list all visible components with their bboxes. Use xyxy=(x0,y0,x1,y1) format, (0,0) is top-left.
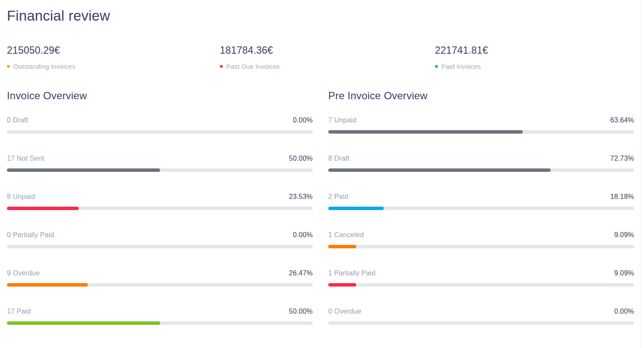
status-percent: 18.18% xyxy=(610,193,634,201)
status-label: 7 Unpaid xyxy=(328,116,357,124)
kpi-card: 221741.81€ Paid Invoices xyxy=(435,45,634,70)
kpi-label-row: Outstanding Invoices xyxy=(7,63,220,70)
status-label: 1 Canceled xyxy=(328,231,364,239)
progress-bar-track xyxy=(7,283,313,287)
progress-bar-track xyxy=(7,245,313,248)
status-row-header: 0 Overdue 0.00% xyxy=(328,308,634,315)
status-percent: 0.00% xyxy=(293,116,313,124)
status-label: 1 Partially Paid xyxy=(328,269,376,277)
status-row: 0 Draft 0.00% xyxy=(7,116,313,134)
progress-bar-track xyxy=(7,130,313,134)
status-percent: 50.00% xyxy=(289,308,313,315)
status-row-header: 1 Partially Paid 9.09% xyxy=(328,269,634,277)
status-row-header: 2 Paid 18.18% xyxy=(328,193,634,201)
status-label: 0 Partially Paid xyxy=(7,231,54,239)
status-row-header: 17 Not Sent 50.00% xyxy=(7,155,313,162)
overview-sections: Invoice Overview 0 Draft 0.00% 17 Not Se… xyxy=(7,90,634,346)
status-row-header: 0 Draft 0.00% xyxy=(7,116,313,124)
status-rows: 0 Draft 0.00% 17 Not Sent 50.00% 8 Unpai… xyxy=(7,116,313,325)
status-percent: 9.09% xyxy=(614,269,634,277)
kpi-label: Outstanding Invoices xyxy=(13,63,75,70)
status-label: 0 Draft xyxy=(7,116,28,124)
status-percent: 50.00% xyxy=(289,155,313,162)
kpi-card: 181784.36€ Past Due Invoices xyxy=(220,45,435,70)
status-row: 1 Canceled 9.09% xyxy=(328,231,634,248)
kpi-value: 221741.81€ xyxy=(435,45,634,56)
progress-bar-fill xyxy=(328,130,523,134)
progress-bar-track xyxy=(328,168,634,172)
kpi-label-row: Past Due Invoices xyxy=(220,63,435,70)
kpi-dot-icon xyxy=(435,65,438,68)
status-row: 17 Paid 50.00% xyxy=(7,308,313,325)
status-row-header: 1 Canceled 9.09% xyxy=(328,231,634,239)
status-label: 17 Not Sent xyxy=(7,155,44,162)
kpi-dot-icon xyxy=(7,65,10,68)
status-row: 0 Partially Paid 0.00% xyxy=(7,231,313,248)
status-label: 2 Paid xyxy=(328,193,348,201)
kpi-label: Past Due Invoices xyxy=(226,63,280,70)
financial-review-page: Financial review 215050.29€ Outstanding … xyxy=(0,0,644,348)
progress-bar-track xyxy=(328,130,634,134)
progress-bar-track xyxy=(328,245,634,248)
kpi-label-row: Paid Invoices xyxy=(435,63,634,70)
kpi-card: 215050.29€ Outstanding Invoices xyxy=(7,45,220,70)
status-rows: 7 Unpaid 63.64% 8 Draft 72.73% 2 Paid 18… xyxy=(328,116,634,325)
progress-bar-fill xyxy=(7,321,160,325)
status-row-header: 8 Draft 72.73% xyxy=(328,155,634,162)
progress-bar-track xyxy=(7,321,313,325)
status-row-header: 17 Paid 50.00% xyxy=(7,308,313,315)
status-percent: 72.73% xyxy=(610,155,634,162)
status-percent: 63.64% xyxy=(610,116,634,124)
progress-bar-track xyxy=(328,207,634,210)
status-label: 17 Paid xyxy=(7,308,31,315)
kpi-value: 181784.36€ xyxy=(220,45,435,56)
progress-bar-track xyxy=(328,321,634,325)
section-title: Pre Invoice Overview xyxy=(328,90,634,102)
status-row: 17 Not Sent 50.00% xyxy=(7,155,313,172)
section-title: Invoice Overview xyxy=(7,90,313,102)
progress-bar-fill xyxy=(7,207,79,210)
status-row: 1 Partially Paid 9.09% xyxy=(328,269,634,287)
progress-bar-track xyxy=(7,168,313,172)
kpi-row: 215050.29€ Outstanding Invoices 181784.3… xyxy=(7,45,634,70)
status-label: 9 Overdue xyxy=(7,269,40,277)
status-row: 8 Unpaid 23.53% xyxy=(7,193,313,210)
status-row: 0 Overdue 0.00% xyxy=(328,308,634,325)
status-percent: 0.00% xyxy=(293,231,313,239)
status-label: 0 Overdue xyxy=(328,308,361,315)
kpi-label: Paid Invoices xyxy=(441,63,481,70)
overview-section: Pre Invoice Overview 7 Unpaid 63.64% 8 D… xyxy=(328,90,634,346)
progress-bar-fill xyxy=(7,168,160,172)
kpi-dot-icon xyxy=(220,65,223,68)
progress-bar-fill xyxy=(7,283,88,287)
status-row-header: 0 Partially Paid 0.00% xyxy=(7,231,313,239)
status-row: 2 Paid 18.18% xyxy=(328,193,634,210)
status-percent: 9.09% xyxy=(614,231,634,239)
status-percent: 26.47% xyxy=(289,269,313,277)
status-row: 8 Draft 72.73% xyxy=(328,155,634,172)
progress-bar-fill xyxy=(328,207,384,210)
progress-bar-fill xyxy=(328,168,551,172)
overview-section: Invoice Overview 0 Draft 0.00% 17 Not Se… xyxy=(7,90,313,346)
status-percent: 0.00% xyxy=(614,308,634,315)
status-row-header: 8 Unpaid 23.53% xyxy=(7,193,313,201)
kpi-value: 215050.29€ xyxy=(7,45,220,56)
status-label: 8 Draft xyxy=(328,155,349,162)
status-row: 9 Overdue 26.47% xyxy=(7,269,313,287)
status-percent: 23.53% xyxy=(289,193,313,201)
scrollbar-track xyxy=(641,0,641,348)
progress-bar-track xyxy=(7,207,313,210)
progress-bar-track xyxy=(328,283,634,287)
status-row: 7 Unpaid 63.64% xyxy=(328,116,634,134)
status-row-header: 9 Overdue 26.47% xyxy=(7,269,313,277)
progress-bar-fill xyxy=(328,283,356,287)
page-title: Financial review xyxy=(7,8,634,24)
status-row-header: 7 Unpaid 63.64% xyxy=(328,116,634,124)
progress-bar-fill xyxy=(328,245,356,248)
status-label: 8 Unpaid xyxy=(7,193,35,201)
